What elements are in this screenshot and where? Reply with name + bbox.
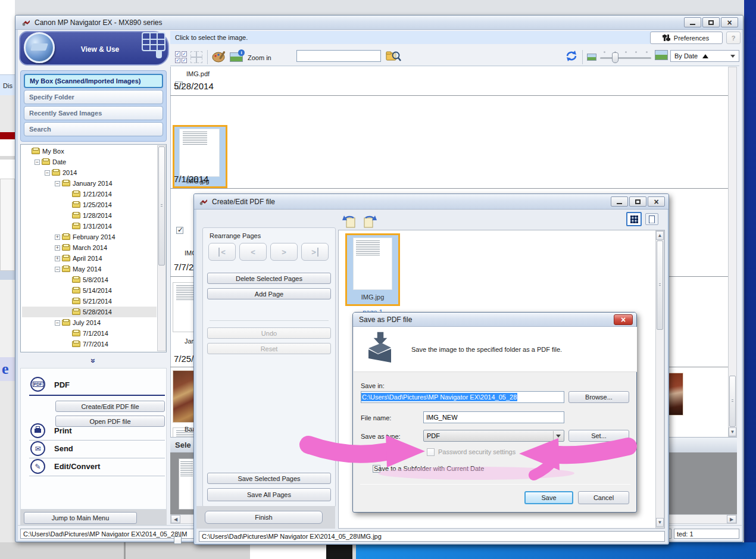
dropdown-arrow-icon[interactable] <box>728 52 738 60</box>
password-security-checkbox[interactable] <box>427 448 435 456</box>
save-selected-pages-button[interactable]: Save Selected Pages <box>207 473 331 484</box>
collapse-icon[interactable]: − <box>45 170 50 176</box>
pdf-page-thumbnail[interactable]: IMG.jpg <box>345 233 400 306</box>
file-name-field[interactable]: IMG_NEW <box>423 411 564 423</box>
set-button[interactable]: Set... <box>568 430 629 442</box>
tree-item-7-7-2014[interactable]: 7/7/2014 <box>22 339 157 349</box>
sidebar-button-my-box-scanned-imported-images[interactable]: My Box (Scanned/Imported Images) <box>24 74 163 88</box>
scroll-up-button[interactable]: ▲ <box>656 231 664 240</box>
refresh-icon[interactable] <box>564 49 579 63</box>
tree-item-my-box[interactable]: My Box <box>22 146 157 157</box>
pages-scrollbar-thumb[interactable] <box>657 241 663 330</box>
save-in-field[interactable]: C:\Users\Dad\Pictures\MP Navigator EX\20… <box>361 391 564 403</box>
save-dialog-close-button[interactable] <box>614 314 633 325</box>
page-view-button[interactable] <box>645 213 658 225</box>
move-first-button[interactable]: < <box>208 243 236 261</box>
tree-item-february-2014[interactable]: +February 2014 <box>22 232 157 242</box>
thumbnail-size-slider-track[interactable] <box>600 57 651 59</box>
save-as-type-dropdown[interactable]: PDF <box>423 430 564 442</box>
tree-item-2014[interactable]: −2014 <box>22 167 157 178</box>
deselect-all-icon[interactable] <box>190 51 202 63</box>
task-print-label[interactable]: Print <box>54 426 72 435</box>
view-use-label[interactable]: View & Use <box>64 45 136 54</box>
tree-item-march-2014[interactable]: +March 2014 <box>22 242 157 253</box>
tree-item-5-14-2014[interactable]: 5/14/2014 <box>22 285 157 296</box>
search-folder-icon[interactable] <box>386 49 401 63</box>
tree-item-january-2014[interactable]: −January 2014 <box>22 178 157 189</box>
delete-selected-pages-button[interactable]: Delete Selected Pages <box>207 273 331 284</box>
main-window-titlebar[interactable]: Canon MP Navigator EX - MX890 series <box>15 15 743 30</box>
dialog-minimize-button[interactable] <box>611 196 628 207</box>
dropdown-arrow-icon[interactable] <box>553 431 563 441</box>
pdf-dialog-titlebar[interactable]: Create/Edit PDF file <box>194 194 668 210</box>
pages-vertical-scrollbar[interactable]: ▲ ▼ <box>655 230 664 528</box>
select-all-icon[interactable]: ✓✓✓✓ <box>175 51 187 63</box>
finish-button[interactable]: Finish <box>205 511 323 524</box>
sidebar-button-search[interactable]: Search <box>24 122 163 136</box>
task-pdf-label[interactable]: PDF <box>54 380 70 389</box>
move-previous-button[interactable]: < <box>239 243 267 261</box>
rotate-right-icon[interactable] <box>361 213 377 229</box>
scroll-left-button[interactable]: ◀ <box>171 515 180 523</box>
expand-icon[interactable]: + <box>55 245 60 251</box>
tree-scrollbar[interactable] <box>157 145 166 351</box>
search-input[interactable] <box>296 50 381 62</box>
tree-item-1-28-2014[interactable]: 1/28/2014 <box>22 210 157 221</box>
partial-item-checkbox[interactable] <box>174 536 182 544</box>
close-button[interactable] <box>721 17 738 27</box>
browser-scrollbar-thumb[interactable] <box>729 376 736 427</box>
collapse-icon[interactable]: − <box>55 320 60 326</box>
collapse-icon[interactable]: − <box>35 160 40 165</box>
move-next-button[interactable]: > <box>270 243 298 261</box>
preferences-button[interactable]: Preferences <box>650 32 723 44</box>
tree-item-1-31-2014[interactable]: 1/31/2014 <box>22 221 157 232</box>
cancel-button[interactable]: Cancel <box>578 491 629 504</box>
jump-to-main-menu-button[interactable]: Jump to Main Menu <box>24 512 137 524</box>
tree-item-may-2014[interactable]: −May 2014 <box>22 264 157 274</box>
tree-item-5-28-2014[interactable]: 5/28/2014 <box>22 307 157 317</box>
task-edit-convert-label[interactable]: Edit/Convert <box>54 462 100 471</box>
save-button[interactable]: Save <box>524 491 573 504</box>
browser-vertical-scrollbar[interactable]: ▼ <box>728 67 737 437</box>
top-item-label[interactable]: IMG.pdf <box>186 70 210 77</box>
sort-dropdown[interactable]: By Date <box>670 50 739 62</box>
undo-button[interactable]: Undo <box>207 327 331 339</box>
tree-scrollbar-thumb[interactable] <box>158 146 165 266</box>
tree-item-1-21-2014[interactable]: 1/21/2014 <box>22 189 157 199</box>
tree-item-date[interactable]: −Date <box>22 157 157 167</box>
reset-button[interactable]: Reset <box>207 343 331 354</box>
task-send-label[interactable]: Send <box>54 444 73 453</box>
thumbnail-size-slider-thumb[interactable] <box>612 52 618 63</box>
add-page-button[interactable]: Add Page <box>207 288 331 299</box>
scroll-down-button[interactable]: ▼ <box>729 427 736 436</box>
tree-item-7-1-2014[interactable]: 7/1/2014 <box>22 328 157 339</box>
move-last-button[interactable]: > <box>301 243 329 261</box>
sidebar-button-recently-saved-images[interactable]: Recently Saved Images <box>24 106 163 120</box>
save-all-pages-button[interactable]: Save All Pages <box>207 488 331 501</box>
expand-icon[interactable]: + <box>55 256 60 261</box>
sidebar-button-specify-folder[interactable]: Specify Folder <box>24 90 163 104</box>
scroll-right-button[interactable]: ▶ <box>727 515 736 523</box>
expand-icon[interactable]: + <box>55 235 60 240</box>
browse-button[interactable]: Browse... <box>568 391 629 403</box>
rotate-left-icon[interactable] <box>342 213 358 229</box>
small-thumbnail-icon[interactable] <box>587 54 596 61</box>
dialog-close-button[interactable] <box>648 196 665 207</box>
correct-images-icon[interactable] <box>212 50 226 63</box>
tree-item-april-2014[interactable]: +April 2014 <box>22 253 157 264</box>
thumbnail-view-button[interactable] <box>626 212 642 226</box>
collapse-icon[interactable]: − <box>55 267 60 272</box>
restore-button[interactable] <box>702 17 720 27</box>
save-dialog-titlebar[interactable]: Save as PDF file <box>353 313 636 327</box>
scroll-down-button[interactable]: ▼ <box>656 518 664 527</box>
collapse-tasks-button[interactable]: » <box>20 355 167 367</box>
open-pdf-button[interactable]: Open PDF file <box>55 416 165 427</box>
tree-item-5-21-2014[interactable]: 5/21/2014 <box>22 296 157 307</box>
dialog-restore-button[interactable] <box>629 196 646 207</box>
selected-thumbnail-checkbox[interactable] <box>176 227 183 234</box>
tree-item-5-8-2014[interactable]: 5/8/2014 <box>22 274 157 285</box>
collapse-icon[interactable]: − <box>55 181 60 186</box>
minimize-button[interactable] <box>684 17 701 27</box>
tree-item-july-2014[interactable]: −July 2014 <box>22 317 157 328</box>
create-edit-pdf-button[interactable]: Create/Edit PDF file <box>55 401 165 412</box>
